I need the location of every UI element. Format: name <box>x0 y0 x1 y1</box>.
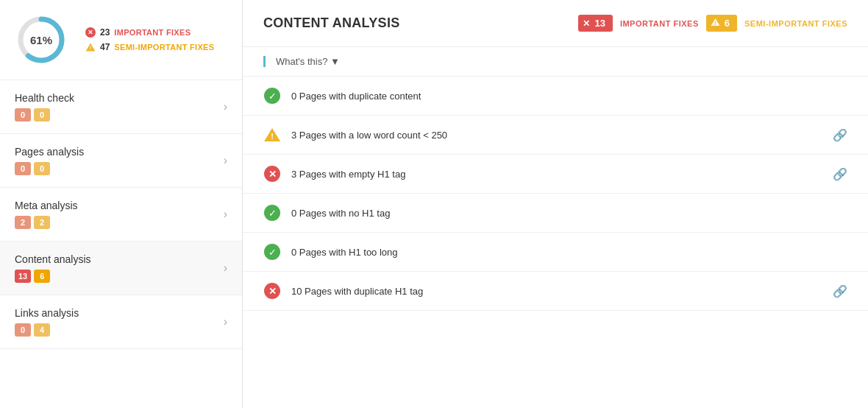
pages-analysis-badge-orange: 0 <box>34 162 50 175</box>
chevron-right-icon: › <box>224 315 227 328</box>
content-analysis-badges: 13 6 <box>15 270 91 283</box>
chevron-right-icon: › <box>224 154 227 167</box>
header-warn-icon: ! <box>711 18 720 29</box>
header-semi-badge: ! 6 <box>706 15 737 32</box>
analysis-item-low-word: ! 3 Pages with a low word count < 250 🔗 <box>243 116 868 155</box>
content-analysis-badge-orange: 6 <box>34 270 50 283</box>
svg-text:!: ! <box>714 21 716 26</box>
semi-label: SEMI-IMPORTANT FIXES <box>114 43 214 52</box>
donut-label: 61% <box>30 34 52 46</box>
header-semi-count: 6 <box>725 18 730 29</box>
error-icon: ✕ <box>263 165 281 183</box>
sidebar-item-meta-analysis[interactable]: Meta analysis 2 2 › <box>0 188 242 242</box>
sidebar-item-links-analysis[interactable]: Links analysis 0 4 › <box>0 295 242 349</box>
links-analysis-badges: 0 4 <box>15 323 79 337</box>
whats-this-section: What's this? ▼ <box>243 47 868 77</box>
check-icon: ✓ <box>263 87 281 105</box>
header-badges: ✕ 13 IMPORTANT FIXES ! 6 SEMI-IMPORTANT … <box>578 15 847 32</box>
meta-analysis-badge-orange: 2 <box>34 216 50 229</box>
analysis-text-no-h1: 0 Pages with no H1 tag <box>291 208 847 219</box>
pages-analysis-label: Pages analysis <box>15 146 84 158</box>
sidebar-item-pages-analysis[interactable]: Pages analysis 0 0 › <box>0 134 242 188</box>
health-check-badges: 0 0 <box>15 108 74 122</box>
chevron-right-icon: › <box>224 208 227 221</box>
meta-analysis-label: Meta analysis <box>15 200 78 211</box>
sidebar-stats: ✕ 23 IMPORTANT FIXES ! 47 SEMI-IMPORTANT… <box>85 27 214 52</box>
header-important-count: 13 <box>594 18 605 29</box>
check-icon: ✓ <box>263 204 281 222</box>
important-label: IMPORTANT FIXES <box>114 28 191 37</box>
analysis-list: ✓ 0 Pages with duplicate content ! 3 Pag… <box>243 77 868 408</box>
content-analysis-label: Content analysis <box>15 253 91 265</box>
analysis-item-empty-h1: ✕ 3 Pages with empty H1 tag 🔗 <box>243 155 868 194</box>
analysis-text-dup-h1: 10 Pages with duplicate H1 tag <box>291 286 822 297</box>
links-analysis-badge-orange: 4 <box>34 323 50 337</box>
link-icon-dup-h1[interactable]: 🔗 <box>833 284 847 298</box>
error-icon: ✕ <box>263 282 281 300</box>
check-icon: ✓ <box>263 243 281 261</box>
content-analysis-badge-red: 13 <box>15 270 31 283</box>
chevron-right-icon: › <box>224 261 227 275</box>
sidebar-header: 61% ✕ 23 IMPORTANT FIXES ! 47 SEMI-IMPOR… <box>0 0 242 80</box>
important-count: 23 <box>100 27 110 38</box>
important-fixes-stat: ✕ 23 IMPORTANT FIXES <box>85 27 214 38</box>
meta-analysis-badge-red: 2 <box>15 216 31 229</box>
health-check-badge-red: 0 <box>15 108 31 122</box>
sidebar: 61% ✕ 23 IMPORTANT FIXES ! 47 SEMI-IMPOR… <box>0 0 243 408</box>
svg-text:!: ! <box>271 132 274 141</box>
main-header: CONTENT ANALYSIS ✕ 13 IMPORTANT FIXES ! … <box>243 0 868 47</box>
analysis-text-h1-long: 0 Pages with H1 too long <box>291 247 847 258</box>
analysis-item-dup-h1: ✕ 10 Pages with duplicate H1 tag 🔗 <box>243 272 868 311</box>
semi-important-fixes-stat: ! 47 SEMI-IMPORTANT FIXES <box>85 42 214 52</box>
links-analysis-badge-red: 0 <box>15 323 31 337</box>
analysis-text-empty-h1: 3 Pages with empty H1 tag <box>291 169 822 180</box>
sidebar-item-health-check[interactable]: Health check 0 0 › <box>0 80 242 134</box>
meta-analysis-badges: 2 2 <box>15 216 78 229</box>
link-icon-empty-h1[interactable]: 🔗 <box>833 167 847 181</box>
sidebar-nav: Health check 0 0 › Pages analysis 0 0 › <box>0 80 242 408</box>
links-analysis-label: Links analysis <box>15 307 79 319</box>
analysis-item-no-h1: ✓ 0 Pages with no H1 tag <box>243 194 868 233</box>
analysis-item-dup-content: ✓ 0 Pages with duplicate content <box>243 77 868 116</box>
donut-chart: 61% <box>15 13 68 66</box>
analysis-item-h1-long: ✓ 0 Pages with H1 too long <box>243 233 868 272</box>
sidebar-item-content-analysis[interactable]: Content analysis 13 6 › <box>0 242 242 295</box>
chevron-right-icon: › <box>224 100 227 113</box>
error-icon: ✕ <box>85 27 96 38</box>
main-content: CONTENT ANALYSIS ✕ 13 IMPORTANT FIXES ! … <box>243 0 868 408</box>
main-title: CONTENT ANALYSIS <box>263 15 400 31</box>
svg-text:!: ! <box>90 46 91 51</box>
warning-icon: ! <box>85 42 96 52</box>
analysis-text-low-word: 3 Pages with a low word count < 250 <box>291 130 822 141</box>
header-semi-label: SEMI-IMPORTANT FIXES <box>744 19 847 28</box>
header-important-label: IMPORTANT FIXES <box>620 19 699 28</box>
health-check-badge-orange: 0 <box>34 108 50 122</box>
analysis-text-dup-content: 0 Pages with duplicate content <box>291 91 847 102</box>
health-check-label: Health check <box>15 92 74 104</box>
pages-analysis-badges: 0 0 <box>15 162 84 175</box>
header-important-badge: ✕ 13 <box>578 15 612 32</box>
semi-count: 47 <box>100 42 110 52</box>
link-icon-low-word[interactable]: 🔗 <box>833 128 847 142</box>
whats-this-link[interactable]: What's this? ▼ <box>276 56 340 67</box>
warning-icon: ! <box>263 126 281 144</box>
header-error-icon: ✕ <box>583 18 590 29</box>
pages-analysis-badge-red: 0 <box>15 162 31 175</box>
